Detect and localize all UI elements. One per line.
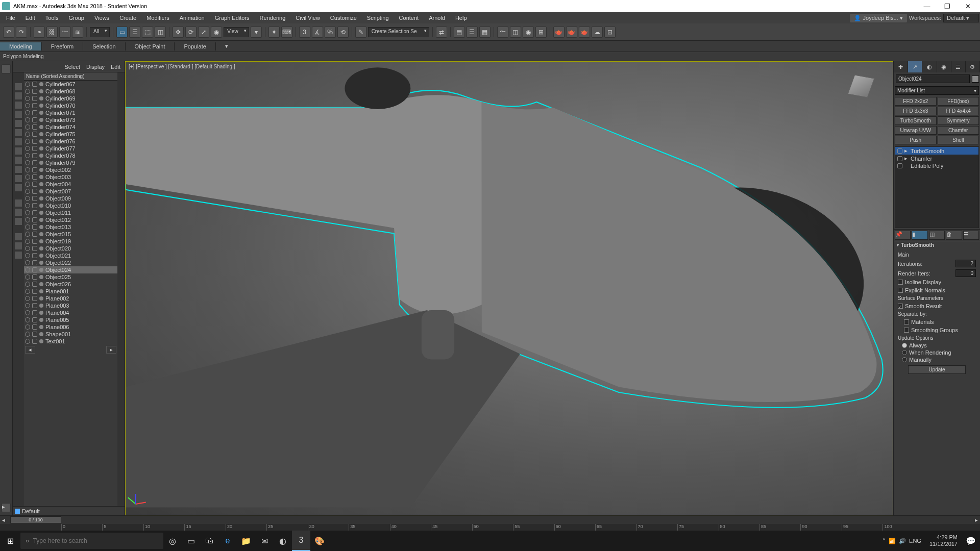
scene-object-list[interactable]: Name (Sorted Ascending) Cylinder067Cylin… xyxy=(24,72,117,506)
scene-item[interactable]: Object011 xyxy=(24,209,117,216)
freeze-toggle[interactable] xyxy=(32,224,37,230)
scene-list-header[interactable]: Name (Sorted Ascending) xyxy=(24,72,117,81)
scene-item[interactable]: Cylinder069 xyxy=(24,95,117,102)
object-name-field[interactable]: Object024 xyxy=(896,74,970,83)
render-frame-button[interactable]: 🫖 xyxy=(553,27,565,38)
select-object-button[interactable]: ▭ xyxy=(116,27,128,38)
modifier-btn-push[interactable]: Push xyxy=(895,136,937,144)
network-icon[interactable]: 📶 xyxy=(889,538,896,544)
visibility-toggle[interactable] xyxy=(25,196,30,201)
freeze-toggle[interactable] xyxy=(32,153,37,158)
visibility-toggle[interactable] xyxy=(25,89,30,94)
filter-shapes-icon[interactable] xyxy=(14,92,22,100)
scene-item[interactable]: Text001 xyxy=(24,338,117,345)
render-setup-button[interactable]: ⊞ xyxy=(535,27,547,38)
hierarchy-tab[interactable]: ◐ xyxy=(922,61,937,72)
menu-animation[interactable]: Animation xyxy=(175,14,210,22)
snap-2d-button[interactable]: 3 xyxy=(299,27,310,38)
freeze-toggle[interactable] xyxy=(32,274,37,280)
scene-tab-display[interactable]: Display xyxy=(86,64,105,70)
3dsmax-taskbar-icon[interactable]: 3 xyxy=(292,531,310,551)
scene-layer-footer[interactable]: Default xyxy=(13,506,125,515)
visibility-toggle[interactable] xyxy=(25,332,30,337)
modifier-btn-ffd3x3x3[interactable]: FFD 3x3x3 xyxy=(895,107,937,115)
window-crossing-button[interactable]: ◫ xyxy=(155,27,166,38)
make-unique-button[interactable]: ◫ xyxy=(929,231,945,240)
workspace-selector[interactable]: Default ▾ xyxy=(943,14,979,22)
scene-item[interactable]: Object012 xyxy=(24,216,117,223)
link-button[interactable]: ⚭ xyxy=(34,27,45,38)
redo-button[interactable]: ↷ xyxy=(16,27,27,38)
volume-icon[interactable]: 🔊 xyxy=(899,538,906,544)
time-slider-left[interactable]: ◂ xyxy=(2,517,5,523)
bind-button[interactable]: 〰 xyxy=(59,27,70,38)
ribbon-tab-selection[interactable]: Selection xyxy=(83,42,125,51)
freeze-toggle[interactable] xyxy=(32,324,37,330)
visibility-toggle[interactable] xyxy=(25,246,30,251)
search-input[interactable] xyxy=(33,537,158,544)
freeze-toggle[interactable] xyxy=(32,260,37,265)
align-button[interactable]: ▤ xyxy=(454,27,465,38)
freeze-toggle[interactable] xyxy=(32,203,37,208)
scene-item[interactable]: Object003 xyxy=(24,173,117,181)
freeze-toggle[interactable] xyxy=(32,267,37,272)
scene-item[interactable]: Object010 xyxy=(24,202,117,209)
visibility-toggle[interactable] xyxy=(25,124,30,130)
display-invert-icon[interactable] xyxy=(14,217,22,226)
freeze-toggle[interactable] xyxy=(32,253,37,258)
freeze-toggle[interactable] xyxy=(32,339,37,344)
scene-item[interactable]: Object021 xyxy=(24,252,117,259)
visibility-toggle[interactable] xyxy=(25,167,30,172)
minimize-button[interactable]: — xyxy=(917,1,937,11)
ref-coord-system[interactable]: View xyxy=(224,27,249,37)
freeze-toggle[interactable] xyxy=(32,217,37,222)
smooth-result-checkbox[interactable] xyxy=(898,304,903,309)
freeze-toggle[interactable] xyxy=(32,103,37,108)
modifier-btn-shell[interactable]: Shell xyxy=(938,136,979,144)
scene-tab-edit[interactable]: Edit xyxy=(111,64,120,70)
update-always-radio[interactable] xyxy=(902,343,907,348)
scene-item[interactable]: Cylinder075 xyxy=(24,131,117,138)
menu-content[interactable]: Content xyxy=(394,14,424,22)
stack-item[interactable]: ▸TurboSmooth xyxy=(895,147,978,155)
mirror-button[interactable]: ⇄ xyxy=(436,27,447,38)
curve-editor-button[interactable]: 〜 xyxy=(497,27,508,38)
filter-spacewarps-icon[interactable] xyxy=(14,129,22,137)
stack-item[interactable]: ▸Chamfer xyxy=(895,155,978,162)
freeze-toggle[interactable] xyxy=(32,282,37,287)
stack-visibility[interactable] xyxy=(897,156,902,161)
freeze-toggle[interactable] xyxy=(32,139,37,144)
visibility-toggle[interactable] xyxy=(25,182,30,187)
visibility-toggle[interactable] xyxy=(25,132,30,137)
keyboard-shortcut-button[interactable]: ⌨ xyxy=(281,27,292,38)
freeze-toggle[interactable] xyxy=(32,303,37,308)
display-none-icon[interactable] xyxy=(14,199,22,207)
modifier-list-dropdown[interactable]: Modifier List xyxy=(895,86,979,95)
freeze-toggle[interactable] xyxy=(32,124,37,130)
menu-customize[interactable]: Customize xyxy=(325,14,362,22)
render-prod-button[interactable]: 🫖 xyxy=(566,27,577,38)
freeze-toggle[interactable] xyxy=(32,82,37,87)
filter-cameras-icon[interactable] xyxy=(14,110,22,118)
named-selection-set[interactable]: Create Selection Se xyxy=(368,27,429,37)
scene-item[interactable]: Cylinder074 xyxy=(24,123,117,131)
modifier-btn-unwrapuvw[interactable]: Unwrap UVW xyxy=(895,126,937,135)
visibility-toggle[interactable] xyxy=(25,110,30,115)
scene-item[interactable]: Object009 xyxy=(24,195,117,202)
scene-item[interactable]: Plane005 xyxy=(24,316,117,323)
visibility-toggle[interactable] xyxy=(25,274,30,280)
freeze-toggle[interactable] xyxy=(32,146,37,151)
visibility-toggle[interactable] xyxy=(25,267,30,272)
menu-arnold[interactable]: Arnold xyxy=(424,14,450,22)
freeze-toggle[interactable] xyxy=(32,232,37,237)
explorer-icon[interactable]: 📁 xyxy=(237,531,255,551)
edge-icon[interactable]: e xyxy=(218,531,237,551)
scene-item[interactable]: Plane003 xyxy=(24,302,117,309)
ribbon-tab-freeform[interactable]: Freeform xyxy=(42,42,84,51)
visibility-toggle[interactable] xyxy=(25,339,30,344)
angle-snap-button[interactable]: ∡ xyxy=(312,27,323,38)
move-button[interactable]: ✥ xyxy=(173,27,184,38)
modifier-btn-ffdbox[interactable]: FFD(box) xyxy=(938,97,979,106)
viewcube[interactable] xyxy=(847,72,877,103)
visibility-toggle[interactable] xyxy=(25,324,30,330)
